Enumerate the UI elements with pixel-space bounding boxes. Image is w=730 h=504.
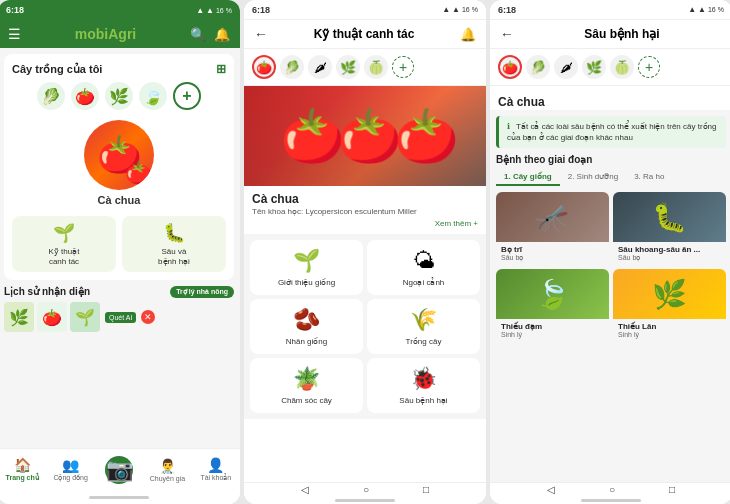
plant-name-2: Cà chua [252, 192, 478, 206]
close-badge[interactable]: ✕ [141, 310, 155, 324]
nav-expert[interactable]: 👨‍⚕️ Chuyên gia [143, 449, 191, 490]
home-indicator-3 [490, 496, 730, 504]
pest-img-4: 🌿 [613, 269, 726, 319]
plant-thumb-4[interactable]: 🍃 [139, 82, 167, 110]
home-bar-1 [89, 496, 149, 499]
nav-bar-2: ◁ ○ □ [244, 482, 486, 496]
notification-icon[interactable]: 🔔 [214, 27, 230, 42]
plant-tab-herb[interactable]: 🌿 [336, 55, 360, 79]
nav-recent-3[interactable]: □ [669, 484, 675, 495]
pest-icon: 🐛 [163, 222, 185, 244]
signal-icon: ▲ [196, 6, 204, 15]
stage-tabs: 1. Cây giống 2. Sinh dưỡng 3. Ra ho [496, 169, 726, 186]
plant-info-section: Cà chua Tên khoa học: Lycopersicon escul… [244, 186, 486, 234]
add-plant-tab-3[interactable]: + [638, 56, 660, 78]
nav-recent-2[interactable]: □ [423, 484, 429, 495]
pest-img-1: 🦟 [496, 192, 609, 242]
environment-label: Ngoại cảnh [403, 278, 445, 287]
pest-name-2: Sâu khoang-sâu ăn ... [618, 245, 721, 254]
environment-icon: 🌤 [413, 248, 435, 274]
menu-card-environment[interactable]: 🌤 Ngoại cảnh [367, 240, 480, 295]
add-plant-button[interactable]: + [173, 82, 201, 110]
plant-tab-fruit[interactable]: 🍈 [364, 55, 388, 79]
plant-tab-tomato[interactable]: 🍅 [252, 55, 276, 79]
pest-label: Sâu vàbệnh hại [158, 247, 190, 266]
add-plant-tab[interactable]: + [392, 56, 414, 78]
pest-info-1: Bọ trĩ Sâu bọ [496, 242, 609, 265]
hist-img-1: 🌿 [4, 302, 34, 332]
menu-card-pest[interactable]: 🐞 Sâu bệnh hại [367, 358, 480, 413]
stage-section: Bệnh theo giai đoạn 1. Cây giống 2. Sinh… [490, 154, 730, 341]
stage-title: Bệnh theo giai đoạn [496, 154, 726, 165]
phone-1: 6:18 ▲ ▲ 16 % ☰ mobiAgri 🔍 🔔 Cây trồng [0, 0, 240, 504]
stage-tab-seedling[interactable]: 1. Cây giống [496, 169, 560, 186]
plant-tab-pepper[interactable]: 🌶 [308, 55, 332, 79]
notification-icon-2[interactable]: 🔔 [460, 27, 476, 42]
wifi-icon-3: ▲ [698, 5, 706, 14]
menu-card-intro[interactable]: 🌱 Giới thiệu giống [250, 240, 363, 295]
menu-card-care[interactable]: 🪴 Chăm sóc cây [250, 358, 363, 413]
plant-name-3: Cà chua [498, 95, 545, 109]
nav-account[interactable]: 👤 Tài khoản [192, 449, 240, 490]
plant-tab-3-herb[interactable]: 🌿 [582, 55, 606, 79]
see-more-link[interactable]: Xem thêm + [252, 219, 478, 228]
nav-camera[interactable]: 📷 [95, 449, 143, 490]
tomato-hero-image: 🍅🍅🍅 [244, 86, 486, 186]
hist-img-2: 🍅 [37, 302, 67, 332]
stage-tab-growth[interactable]: 2. Sinh dưỡng [560, 169, 626, 186]
grid-icon[interactable]: ⊞ [216, 62, 226, 76]
stage-tab-flower[interactable]: 3. Ra ho [626, 169, 672, 186]
scan-badge: Quét AI [105, 312, 136, 323]
history-title-row: Lịch sử nhận diện Trợ lý nhà nông [4, 286, 234, 298]
main-plant-name: Cà chua [98, 194, 141, 206]
nav-back-2[interactable]: ◁ [301, 484, 309, 495]
menu-card-propagation[interactable]: 🫘 Nhân giống [250, 299, 363, 354]
pest-name-1: Bọ trĩ [501, 245, 604, 254]
back-button-2[interactable]: ← [254, 26, 268, 42]
battery-pct-2: 16 [462, 6, 470, 13]
screen2-title: Kỹ thuật canh tác [276, 27, 452, 41]
info-text: Tất cả các loài sâu bệnh có thể xuất hiệ… [507, 122, 717, 142]
status-time-1: 6:18 [6, 5, 24, 15]
main-plant-image: 🍅🍅 [84, 120, 154, 190]
nav-home[interactable]: 🏠 Trang chủ [0, 449, 46, 490]
plant-thumb-3[interactable]: 🌿 [105, 82, 133, 110]
pest-button[interactable]: 🐛 Sâu vàbệnh hại [122, 216, 226, 272]
technique-button[interactable]: 🌱 Kỹ thuậtcanh tác [12, 216, 116, 272]
pest-card-1[interactable]: 🦟 Bọ trĩ Sâu bọ [496, 192, 609, 265]
plant-tab-3-pepper[interactable]: 🌶 [554, 55, 578, 79]
history-section: Lịch sử nhận diện Trợ lý nhà nông 🌿 🍅 🌱 … [4, 286, 234, 332]
tomato-cluster: 🍅🍅🍅 [280, 106, 451, 167]
nav-back-3[interactable]: ◁ [547, 484, 555, 495]
phone-3: 6:18 ▲ ▲ 16 % ← Sâu bệnh hại 🍅 🥬 🌶 🌿 🍈 + [490, 0, 730, 504]
pest-label-2: Sâu bệnh hại [399, 396, 447, 405]
status-time-3: 6:18 [498, 5, 516, 15]
menu-icon[interactable]: ☰ [8, 26, 21, 42]
pest-name-4: Thiếu Lân [618, 322, 721, 331]
back-button-3[interactable]: ← [500, 26, 514, 42]
screen1-header: ☰ mobiAgri 🔍 🔔 [0, 20, 240, 48]
plant-tab-3-lettuce[interactable]: 🥬 [526, 55, 550, 79]
status-bar-1: 6:18 ▲ ▲ 16 % [0, 0, 240, 20]
screen3-title: Sâu bệnh hại [522, 27, 722, 41]
camera-icon: 📷 [105, 456, 133, 484]
nav-account-label: Tài khoản [200, 474, 231, 482]
plant-tab-3-fruit[interactable]: 🍈 [610, 55, 634, 79]
nav-home-3[interactable]: ○ [609, 484, 615, 495]
menu-card-planting[interactable]: 🌾 Trồng cây [367, 299, 480, 354]
pest-card-4[interactable]: 🌿 Thiếu Lân Sinh lý [613, 269, 726, 341]
battery-pct: 16 [216, 7, 224, 14]
nav-community[interactable]: 👥 Cộng đồng [46, 449, 94, 490]
pest-card-3[interactable]: 🍃 Thiếu đạm Sinh lý [496, 269, 609, 341]
plant-tab-lettuce[interactable]: 🥬 [280, 55, 304, 79]
nav-bar-3: ◁ ○ □ [490, 482, 730, 496]
pest-card-2[interactable]: 🐛 Sâu khoang-sâu ăn ... Sâu bọ [613, 192, 726, 265]
search-icon[interactable]: 🔍 [190, 27, 206, 42]
intro-icon: 🌱 [293, 248, 320, 274]
pest-icon-2: 🐞 [410, 366, 437, 392]
plant-tab-3-tomato[interactable]: 🍅 [498, 55, 522, 79]
plant-scientific: Tên khoa học: Lycopersicon esculentum Mi… [252, 207, 478, 216]
nav-home-2[interactable]: ○ [363, 484, 369, 495]
plant-thumb-2[interactable]: 🍅 [71, 82, 99, 110]
plant-thumb-1[interactable]: 🥬 [37, 82, 65, 110]
